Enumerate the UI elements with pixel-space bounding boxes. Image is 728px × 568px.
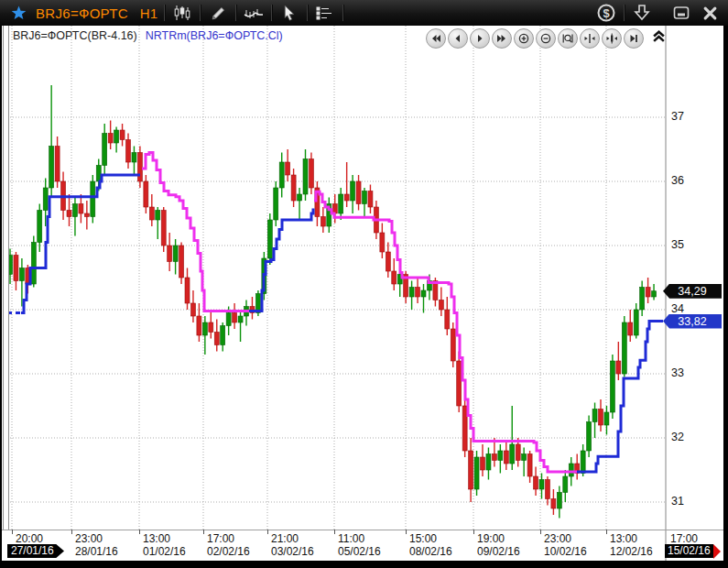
candle-body [569,464,573,476]
candle-body [339,194,343,213]
download-arrow-icon[interactable] [631,3,653,23]
candle-body [451,329,455,361]
candle-body [534,476,538,489]
candle-body [557,493,561,509]
candle-body [457,361,462,406]
candle-body [592,410,597,422]
candle-body [368,191,373,208]
axis-tick [540,530,541,534]
time-axis-separator [2,530,723,530]
title-bar[interactable]: BRJ6=ФОРТС H1 [0,0,728,26]
candle-body [179,246,184,278]
scroll-fast-right-button[interactable] [492,28,512,49]
dollar-icon[interactable]: $ [595,3,617,23]
candle-body [634,310,638,335]
date-tick-label: 05/02/16 [338,545,381,558]
compress-horizontal-button[interactable] [580,28,600,49]
candle-body [599,410,603,426]
scroll-to-end-button[interactable] [624,28,644,49]
candle-body [209,322,213,333]
cursor-icon[interactable] [278,3,300,23]
toolbar-separator [342,5,343,21]
toolbar-separator [307,5,308,21]
candle-body [587,422,592,452]
candle-body [67,211,71,217]
chart-nav-toolbar [426,28,644,49]
candle-body [363,191,367,204]
candlestick-plot[interactable] [2,26,665,530]
candle-body [610,361,614,412]
candle-body [604,412,609,425]
zoom-out-button[interactable] [536,28,556,49]
chevron-double-up-icon[interactable] [652,29,666,47]
time-tick-label: 23:00 [75,532,103,545]
time-tick-label: 17:00 [670,532,698,545]
time-tick-label: 11:00 [338,532,364,545]
candle-body [190,303,195,316]
candle-body [652,291,657,297]
scroll-right-button[interactable] [470,28,490,49]
candle-body [356,181,361,204]
candle-body [84,213,89,217]
scroll-left-button[interactable] [448,28,468,49]
toolbar-separator [235,5,236,21]
candle-body [144,181,148,207]
toolbar-separator [271,5,272,21]
toolbar-separator [164,5,165,21]
toolbar-separator [200,5,201,21]
minimize-icon[interactable] [670,3,692,23]
candle-body [486,454,491,471]
candle-body [31,243,36,285]
candle-body [38,211,42,243]
candle-body [439,300,443,311]
price-tick-label: 31 [671,495,684,508]
candle-body [469,451,473,489]
candle-body [197,316,201,335]
candle-body [202,322,207,335]
compress-vertical-button[interactable] [602,28,622,49]
candle-body [551,499,556,509]
indicator-value-tag: 33,82 [663,314,722,329]
candlestick-chart-icon[interactable] [171,3,193,23]
candle-body [291,175,296,201]
time-tick-label: 23:00 [544,532,571,545]
zoom-in-button[interactable] [514,28,534,49]
candle-body [516,444,520,461]
left-splitter[interactable] [3,26,9,530]
candle-body [539,480,544,490]
candle-body [267,220,272,258]
pencil-icon[interactable] [207,3,229,23]
candle-body [49,147,54,189]
candle-body [563,476,568,493]
candle-body [492,454,496,461]
zoom-interval-button[interactable] [558,28,578,49]
nrtr-blue-segment [21,175,140,313]
timeframe-label: H1 [140,5,158,21]
candle-body [108,134,113,144]
candle-body [168,246,172,262]
candle-body [386,252,390,271]
axis-tick [606,530,607,534]
candle-body [616,361,621,374]
axis-tick [12,530,13,534]
candle-body [344,194,349,201]
candle-body [274,188,278,220]
axis-tick [139,530,140,534]
nrtr-magenta-segment [314,191,577,472]
candle-body [504,451,508,464]
candle-body [126,140,131,163]
candle-body [221,326,225,345]
close-icon[interactable] [699,3,721,23]
candle-body [640,288,645,311]
red-arrow-icon [713,544,721,559]
date-tick-label: 08/02/16 [409,545,452,558]
candle-body [628,322,633,335]
scroll-fast-left-button[interactable] [426,28,446,49]
axis-tick [334,530,335,534]
candle-body [72,204,77,217]
levels-icon[interactable] [314,3,336,23]
indicator-icon[interactable] [243,3,265,23]
favorite-star-icon[interactable] [7,3,29,23]
time-tick-label: 15:00 [409,532,437,545]
axis-tick [71,530,72,534]
